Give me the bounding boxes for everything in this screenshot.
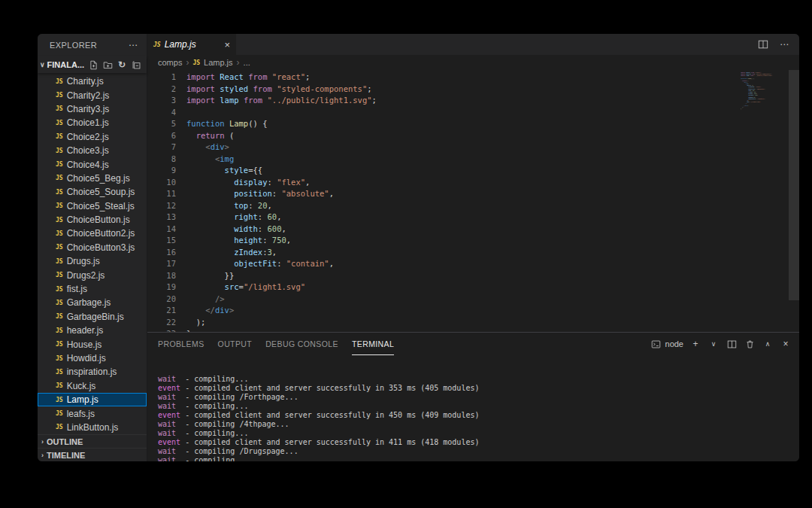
file-item[interactable]: JSLinkButton.js bbox=[38, 421, 147, 434]
new-file-icon[interactable] bbox=[87, 59, 99, 71]
terminal-lines: wait - compiling...event - compiled clie… bbox=[158, 375, 799, 461]
file-name: Choice3.js bbox=[67, 145, 109, 156]
file-item[interactable]: JSLamp.js bbox=[38, 393, 147, 406]
chevron-right-icon: › bbox=[41, 438, 44, 446]
file-item[interactable]: JSKuck.js bbox=[38, 379, 147, 393]
js-file-icon: JS bbox=[56, 327, 63, 334]
file-item[interactable]: JSGarbage.js bbox=[38, 296, 147, 309]
file-name: Garbage.js bbox=[67, 297, 111, 308]
section-actions: ↻ bbox=[87, 59, 142, 71]
file-item[interactable]: JSleafs.js bbox=[38, 406, 147, 420]
file-item[interactable]: JSheader.js bbox=[38, 324, 147, 337]
chevron-down-icon[interactable]: ∨ bbox=[707, 338, 720, 350]
terminal-line: wait - compiling... bbox=[158, 402, 799, 411]
breadcrumb-symbol[interactable]: ... bbox=[244, 58, 250, 67]
file-item[interactable]: JSChoiceButton.js bbox=[38, 213, 147, 227]
more-actions-icon[interactable]: ⋯ bbox=[778, 38, 790, 50]
desktop-background: EXPLORER ⋯ ∨ FINALA... ↻ bbox=[0, 0, 812, 508]
file-name: header.js bbox=[67, 325, 104, 336]
js-file-icon: JS bbox=[56, 230, 63, 237]
panel-tab-debug-console[interactable]: DEBUG CONSOLE bbox=[265, 333, 338, 355]
terminal-line: wait - compiling /Drugspage... bbox=[158, 447, 799, 456]
file-item[interactable]: JSCharity2.js bbox=[38, 88, 147, 102]
code-editor[interactable]: 1234567891011121314151617181920212223 im… bbox=[147, 70, 799, 332]
js-file-icon: JS bbox=[56, 258, 63, 265]
kill-terminal-icon[interactable] bbox=[744, 338, 756, 350]
js-file-icon: JS bbox=[56, 161, 63, 168]
file-item[interactable]: JSfist.js bbox=[38, 282, 147, 296]
file-item[interactable]: JSDrugs.js bbox=[38, 254, 147, 268]
file-item[interactable]: JSChoice3.js bbox=[38, 144, 147, 157]
js-file-icon: JS bbox=[56, 286, 63, 293]
tabbar-actions: ⋯ bbox=[757, 34, 799, 55]
file-item[interactable]: JSCharity3.js bbox=[38, 102, 147, 116]
file-name: Lamp.js bbox=[67, 394, 98, 405]
file-item[interactable]: JSChoiceButton2.js bbox=[38, 227, 147, 240]
more-actions-icon[interactable]: ⋯ bbox=[127, 39, 139, 51]
collapse-all-icon[interactable] bbox=[130, 59, 142, 71]
panel-tab-output[interactable]: OUTPUT bbox=[218, 333, 253, 355]
new-folder-icon[interactable] bbox=[102, 59, 114, 71]
file-item[interactable]: JSChoice5_Soup.js bbox=[38, 185, 147, 199]
split-editor-icon[interactable] bbox=[757, 38, 769, 50]
close-tab-icon[interactable]: × bbox=[224, 39, 230, 50]
breadcrumb-file[interactable]: Lamp.js bbox=[204, 58, 233, 67]
file-name: Choice1.js bbox=[67, 117, 109, 128]
folder-section-header[interactable]: ∨ FINALA... ↻ bbox=[38, 56, 147, 73]
file-item[interactable]: JSChoice4.js bbox=[38, 157, 147, 171]
file-item[interactable]: JSCharity.js bbox=[38, 75, 147, 88]
tab-lamp-js[interactable]: JS Lamp.js × bbox=[147, 34, 236, 55]
terminal-line: wait - compiling /4thpage... bbox=[158, 420, 799, 429]
js-file-icon: JS bbox=[56, 313, 63, 320]
file-name: fist.js bbox=[67, 284, 87, 294]
editor-scrollbar[interactable] bbox=[789, 70, 799, 332]
panel-tab-problems[interactable]: PROBLEMS bbox=[158, 333, 205, 355]
file-name: Charity3.js bbox=[67, 104, 110, 114]
js-file-icon: JS bbox=[56, 355, 63, 362]
file-name: ChoiceButton3.js bbox=[67, 242, 135, 253]
terminal-output[interactable]: wait - compiling...event - compiled clie… bbox=[147, 355, 799, 461]
panel-actions: node + ∨ ∧ × bbox=[650, 338, 792, 350]
bottom-panel: PROBLEMSOUTPUTDEBUG CONSOLETERMINAL node… bbox=[147, 332, 799, 461]
file-item[interactable]: JSHowdid.js bbox=[38, 351, 147, 365]
split-terminal-icon[interactable] bbox=[726, 338, 738, 350]
file-item[interactable]: JSChoice1.js bbox=[38, 116, 147, 129]
file-item[interactable]: JSDrugs2.js bbox=[38, 268, 147, 281]
close-panel-icon[interactable]: × bbox=[780, 338, 792, 350]
scrollbar-thumb[interactable] bbox=[789, 70, 799, 300]
terminal-line: wait - compiling... bbox=[158, 456, 799, 461]
file-item[interactable]: JSChoice5_Steal.js bbox=[38, 199, 147, 213]
outline-section[interactable]: › OUTLINE bbox=[38, 434, 147, 448]
panel-tab-terminal[interactable]: TERMINAL bbox=[352, 333, 394, 355]
js-file-icon: JS bbox=[56, 175, 63, 181]
maximize-panel-icon[interactable]: ∧ bbox=[762, 338, 774, 350]
file-name: House.js bbox=[67, 339, 102, 350]
terminal-line: wait - compiling... bbox=[158, 375, 799, 384]
js-file-icon: JS bbox=[56, 105, 63, 112]
chevron-right-icon: › bbox=[41, 452, 44, 459]
breadcrumb-folder[interactable]: comps bbox=[158, 58, 182, 67]
minimap[interactable]: import React from "react";import styled … bbox=[741, 71, 789, 132]
breadcrumb: comps › JS Lamp.js › ... bbox=[147, 55, 799, 70]
file-item[interactable]: JSHouse.js bbox=[38, 337, 147, 351]
file-name: ChoiceButton.js bbox=[67, 214, 130, 225]
file-name: Drugs.js bbox=[67, 256, 100, 266]
vscode-window: EXPLORER ⋯ ∨ FINALA... ↻ bbox=[38, 34, 799, 461]
js-file-icon: JS bbox=[153, 41, 161, 48]
file-item[interactable]: JSGarbageBin.js bbox=[38, 310, 147, 324]
js-file-icon: JS bbox=[56, 202, 63, 209]
file-name: Drugs2.js bbox=[67, 270, 105, 281]
js-file-icon: JS bbox=[56, 300, 63, 306]
file-item[interactable]: JSChoice5_Beg.js bbox=[38, 172, 147, 185]
file-name: GarbageBin.js bbox=[67, 312, 124, 322]
refresh-icon[interactable]: ↻ bbox=[116, 59, 128, 71]
js-file-icon: JS bbox=[56, 369, 63, 376]
terminal-line: event - compiled client and server succe… bbox=[158, 384, 799, 393]
chevron-down-icon: ∨ bbox=[40, 61, 45, 68]
file-item[interactable]: JSChoice2.js bbox=[38, 130, 147, 144]
new-terminal-icon[interactable]: + bbox=[689, 338, 701, 350]
file-item[interactable]: JSinspiration.js bbox=[38, 365, 147, 379]
file-item[interactable]: JSChoiceButton3.js bbox=[38, 241, 147, 254]
timeline-section[interactable]: › TIMELINE bbox=[38, 448, 147, 461]
shell-selector[interactable]: node bbox=[650, 338, 683, 350]
